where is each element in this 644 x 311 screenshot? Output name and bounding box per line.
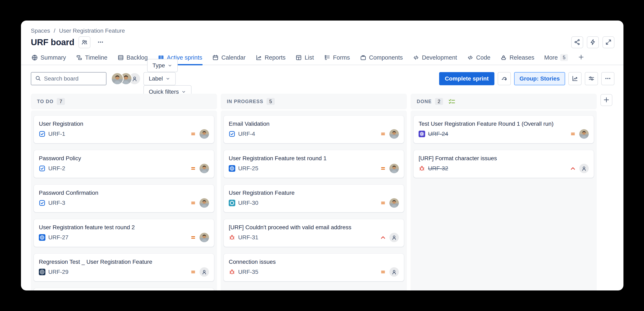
- tab-code[interactable]: Code: [466, 52, 491, 65]
- app-window: Spaces/User Registration Feature URF boa…: [21, 20, 624, 290]
- filter-buttons: TypeLabelQuick filters: [140, 59, 192, 98]
- card-urf-27[interactable]: User Registration feature test round 2 U…: [34, 219, 214, 247]
- card-meta: URF-31: [229, 233, 399, 242]
- priority-high-icon: [380, 234, 386, 240]
- assignee-avatar-unassigned: [579, 164, 589, 173]
- card-key: URF-3: [48, 200, 65, 206]
- sprint-button[interactable]: [498, 72, 511, 85]
- tab-label: Reports: [265, 54, 286, 61]
- card-meta: URF-35: [229, 267, 399, 277]
- tab-timeline[interactable]: Timeline: [76, 52, 108, 65]
- fullscreen-button[interactable]: [602, 36, 614, 48]
- card-key: URF-32: [428, 165, 448, 172]
- card-meta: URF-29: [39, 267, 209, 277]
- header-actions: [571, 36, 614, 48]
- priority-medium-icon: [190, 200, 196, 206]
- tab-calendar[interactable]: Calendar: [212, 52, 246, 65]
- filter-label: Type: [152, 62, 165, 69]
- search-icon: [35, 75, 41, 82]
- card-title: Test User Registration Feature Round 1 (…: [418, 120, 589, 127]
- complete-sprint-button[interactable]: Complete sprint: [439, 72, 494, 85]
- reports-icon: [256, 54, 262, 61]
- tab-summary[interactable]: Summary: [31, 52, 66, 65]
- tab-label: Development: [422, 54, 457, 61]
- card-urf-32[interactable]: [URF] Format character issues URF-32: [414, 150, 594, 178]
- list-icon: [295, 54, 302, 61]
- assignee-avatar: [200, 198, 209, 208]
- add-tab-button[interactable]: [578, 52, 584, 65]
- tab-list[interactable]: List: [295, 52, 314, 65]
- board-more-menu-button[interactable]: [94, 36, 106, 48]
- automation-button[interactable]: [587, 36, 599, 48]
- task-type-icon: [39, 131, 46, 137]
- tab-forms[interactable]: Forms: [324, 52, 350, 65]
- board-header: URF board: [31, 36, 614, 48]
- screen: Spaces/User Registration Feature URF boa…: [0, 0, 644, 311]
- priority-medium-icon: [190, 269, 196, 275]
- code-icon: [412, 54, 420, 61]
- avatar[interactable]: [112, 73, 123, 84]
- type-filter-button[interactable]: Type: [147, 59, 178, 72]
- assignee-avatar-unassigned: [200, 267, 209, 277]
- card-urf-29[interactable]: Regression Test _ User Registration Feat…: [34, 254, 214, 282]
- card-urf-35[interactable]: Connection issues URF-35: [224, 254, 404, 282]
- more-icon: [97, 38, 104, 46]
- card-urf-1[interactable]: User Registration URF-1: [34, 116, 214, 144]
- card-urf-2[interactable]: Password Policy URF-2: [34, 150, 214, 178]
- plus-icon: [603, 96, 610, 104]
- tab-more[interactable]: More5: [544, 52, 568, 65]
- column-done: DONE 2 Test User Registration Feature Ro…: [410, 94, 597, 290]
- tab-development[interactable]: Development: [412, 52, 458, 65]
- card-title: Connection issues: [229, 258, 399, 266]
- tab-count-badge: 5: [560, 54, 568, 61]
- card-key: URF-24: [428, 131, 448, 137]
- board-options-button[interactable]: [601, 72, 614, 85]
- priority-medium-icon: [380, 200, 386, 206]
- toolbar-right: Complete sprint Group: Stories: [439, 72, 614, 85]
- tab-releases[interactable]: Releases: [500, 52, 535, 65]
- card-partially-visible[interactable]: [34, 288, 214, 290]
- view-settings-button[interactable]: [585, 72, 598, 85]
- tab-label: Forms: [333, 54, 350, 61]
- card-key: URF-29: [48, 269, 68, 275]
- bug-type-icon: [229, 234, 235, 241]
- task-type-icon: [229, 131, 235, 137]
- column-title: DONE: [417, 99, 432, 104]
- assignee-avatar: [390, 198, 399, 208]
- assignee-avatar-filter: [112, 73, 140, 84]
- bug-type-icon: [418, 165, 425, 172]
- share-button[interactable]: [571, 36, 583, 48]
- label-filter-button[interactable]: Label: [144, 72, 176, 85]
- search-box[interactable]: [31, 72, 106, 85]
- card-urf-25[interactable]: User Registration Feature test round 1 U…: [224, 150, 404, 178]
- assignee-avatar: [200, 129, 209, 139]
- breadcrumb-item[interactable]: Spaces: [31, 28, 50, 34]
- card-urf-30[interactable]: User Registration Feature URF-30: [224, 184, 404, 212]
- breadcrumb-item[interactable]: User Registration Feature: [59, 28, 125, 34]
- tab-reports[interactable]: Reports: [255, 52, 286, 65]
- search-input[interactable]: [44, 76, 102, 82]
- test-cycle-type-icon: [39, 269, 46, 275]
- column-header-done: DONE 2: [410, 94, 597, 109]
- add-column-button[interactable]: [600, 94, 612, 106]
- forms-icon: [324, 54, 331, 61]
- person-icon: [131, 75, 138, 82]
- group-by-button[interactable]: Group: Stories: [514, 72, 565, 85]
- column-body-todo: User Registration URF-1 Password Policy …: [31, 110, 217, 290]
- card-urf-24[interactable]: Test User Registration Feature Round 1 (…: [414, 116, 594, 144]
- card-urf-3[interactable]: Password Confirmation URF-3: [34, 184, 214, 212]
- card-meta: URF-3: [39, 198, 209, 208]
- assignee-avatar: [200, 233, 209, 242]
- insights-button[interactable]: [568, 72, 582, 85]
- tab-components[interactable]: Components: [360, 52, 403, 65]
- column-title: TO DO: [37, 99, 54, 104]
- column-body-done: Test User Registration Feature Round 1 (…: [410, 110, 597, 290]
- card-urf-31[interactable]: [URF] Couldn't proceed with valid email …: [224, 219, 404, 247]
- assignee-avatar: [390, 164, 399, 173]
- card-title: [URF] Format character issues: [418, 155, 589, 162]
- board-members-button[interactable]: [78, 36, 90, 48]
- card-title: User Registration: [39, 120, 209, 127]
- card-title: Regression Test _ User Registration Feat…: [39, 258, 209, 266]
- card-urf-4[interactable]: Email Validation URF-4: [224, 116, 404, 144]
- chevron-down-icon: [168, 63, 172, 68]
